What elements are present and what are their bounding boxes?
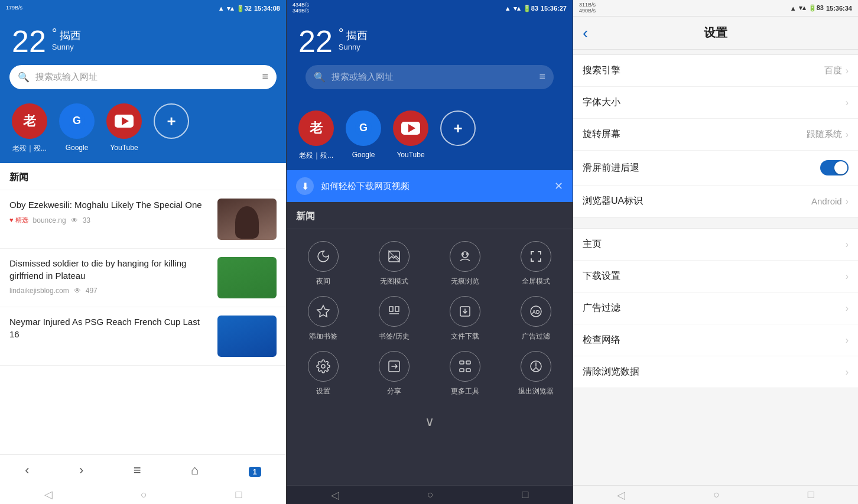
shortcut-circle-plus: + (154, 103, 189, 139)
shortcut-circle-youtube-2 (393, 110, 428, 146)
adblock-label: 广告过滤 (522, 331, 550, 342)
history-label: 书签/历史 (379, 331, 409, 342)
gesture-home-3[interactable]: ○ (713, 489, 720, 501)
settings-icon (308, 351, 339, 382)
news-header-2: 新闻 (287, 202, 573, 229)
shortcut-laomo[interactable]: 老 老殁｜殁... (12, 103, 47, 154)
back-button-settings[interactable]: ‹ (583, 24, 588, 43)
menu-item-noimg[interactable]: 无图模式 (363, 241, 425, 287)
ua-label: 浏览器UA标识 (583, 195, 811, 207)
news-section-1: 新闻 Oby Ezekwesili: Moghalu Likely The Sp… (0, 163, 286, 454)
settings-item-adfilter[interactable]: 广告过滤 › (573, 292, 858, 324)
google-logo-2: G (354, 119, 373, 138)
gesture-back-2[interactable]: ◁ (331, 489, 339, 502)
menu-item-night[interactable]: 夜间 (292, 241, 354, 287)
shortcut-google-2[interactable]: G Google (346, 110, 381, 161)
settings-label: 设置 (316, 386, 330, 396)
news-views-2: 497 (86, 287, 98, 295)
menu-item-adblock[interactable]: AD 广告过滤 (505, 296, 567, 342)
menu-item-history[interactable]: 书签/历史 (363, 296, 425, 342)
settings-item-font-size[interactable]: 字体大小 › (573, 87, 858, 119)
shortcut-add-2[interactable]: + (440, 110, 476, 161)
download-text: 如何轻松下载网页视频 (321, 181, 410, 192)
home-button-1[interactable]: ⌂ (181, 458, 208, 483)
bottom-arrow-2[interactable]: ∨ (287, 408, 573, 435)
settings-item-rotation[interactable]: 旋转屏幕 跟随系统 › (573, 119, 858, 151)
svg-point-14 (321, 365, 325, 368)
menu-item-share[interactable]: 分享 (363, 351, 425, 396)
settings-item-download[interactable]: 下载设置 › (573, 261, 858, 292)
download-close-btn[interactable]: ✕ (554, 180, 563, 193)
back-button-1[interactable]: ‹ (15, 458, 38, 483)
gesture-home-1[interactable]: ○ (141, 489, 147, 501)
menu-button-1[interactable]: ≡ (124, 458, 151, 483)
settings-item-swipe[interactable]: 滑屏前进后退 (573, 151, 858, 186)
menu-item-download[interactable]: 文件下载 (434, 296, 496, 342)
menu-item-exit[interactable]: 退出浏览器 (505, 351, 567, 396)
scan-icon-1[interactable]: ≡ (262, 71, 268, 83)
status-right-2: ▲ ▾▴ 🔋83 15:36:27 (505, 5, 567, 12)
svg-text:G: G (73, 115, 81, 126)
shortcut-label-laomo-2: 老殁｜殁... (299, 151, 333, 161)
shortcut-circle-laomo: 老 (12, 103, 47, 139)
scan-icon-2[interactable]: ≡ (539, 71, 545, 83)
svg-rect-16 (460, 361, 464, 364)
settings-item-ua[interactable]: 浏览器UA标识 Android › (573, 186, 858, 217)
search-bar-1[interactable]: 🔍 搜索或输入网址 ≡ (9, 65, 277, 89)
search-placeholder-2: 搜索或输入网址 (332, 71, 533, 83)
bookmark-add-label: 添加书签 (309, 331, 337, 342)
gesture-back-1[interactable]: ◁ (44, 488, 53, 501)
search-engine-label: 搜索引擎 (583, 64, 824, 77)
gesture-home-2[interactable]: ○ (427, 489, 434, 501)
gesture-recent-1[interactable]: □ (235, 489, 242, 501)
shortcut-laomo-2[interactable]: 老 老殁｜殁... (298, 110, 334, 161)
wifi-icon-2: ▾▴ (514, 5, 521, 12)
settings-item-search-engine[interactable]: 搜索引擎 百度 › (573, 55, 858, 87)
settings-item-network[interactable]: 检查网络 › (573, 324, 858, 356)
status-bar-2: 434B/s 349B/s ▲ ▾▴ 🔋83 15:36:27 (287, 0, 573, 17)
gesture-recent-2[interactable]: □ (522, 489, 528, 501)
news-text-2: Dismissed soldier to die by hanging for … (9, 257, 210, 298)
share-label: 分享 (387, 386, 401, 396)
menu-item-fullscreen[interactable]: 全屏模式 (505, 241, 567, 287)
news-item-3[interactable]: Neymar Injured As PSG Reach French Cup L… (0, 307, 286, 366)
menu-item-bookmark[interactable]: 添加书签 (292, 296, 354, 342)
font-size-chevron: › (846, 97, 849, 108)
news-image-3 (217, 316, 277, 357)
shortcut-add[interactable]: + (154, 103, 189, 154)
menu-item-settings[interactable]: 设置 (292, 351, 354, 396)
news-item-2[interactable]: Dismissed soldier to die by hanging for … (0, 249, 286, 307)
menu-item-incognito[interactable]: 无痕浏览 (434, 241, 496, 287)
news-source-1: bounce.ng (33, 216, 66, 225)
battery-3: 🔋83 (808, 4, 824, 12)
news-item-1[interactable]: Oby Ezekwesili: Moghalu Likely The Speci… (0, 190, 286, 249)
homepage-label: 主页 (583, 238, 846, 251)
shortcut-circle-plus-2: + (440, 110, 476, 146)
svg-text:AD: AD (532, 309, 540, 315)
gesture-recent-3[interactable]: □ (808, 489, 814, 501)
gesture-back-3[interactable]: ◁ (617, 489, 625, 502)
settings-item-homepage[interactable]: 主页 › (573, 229, 858, 261)
tools-label: 更多工具 (451, 386, 479, 396)
download-bar[interactable]: ⬇ 如何轻松下载网页视频 ✕ (287, 170, 573, 202)
network-speed-1: 179B/s (6, 5, 22, 11)
swipe-toggle[interactable] (820, 160, 849, 175)
city-name-2: 揭西 (346, 28, 368, 43)
exit-icon (521, 351, 551, 382)
shortcut-youtube[interactable]: YouTube (106, 103, 142, 154)
wifi-icon-3: ▾▴ (799, 4, 806, 12)
forward-button-1[interactable]: › (70, 458, 93, 483)
battery-2: 🔋83 (523, 5, 538, 12)
tabs-button-1[interactable]: 1 (239, 458, 271, 483)
adblock-icon: AD (521, 296, 551, 327)
settings-item-clear[interactable]: 清除浏览数据 › (573, 356, 858, 388)
download-settings-label: 下载设置 (583, 270, 846, 282)
shortcut-youtube-2[interactable]: YouTube (393, 110, 428, 161)
status-left-3: 311B/s 490B/s (579, 2, 790, 14)
night-icon (308, 241, 339, 272)
shortcut-google[interactable]: G Google (59, 103, 95, 154)
search-bar-2[interactable]: 🔍 搜索或输入网址 ≡ (306, 65, 554, 89)
svg-line-5 (388, 251, 400, 262)
menu-item-tools[interactable]: 更多工具 (434, 351, 496, 396)
degree-symbol-2: ° (339, 26, 344, 41)
